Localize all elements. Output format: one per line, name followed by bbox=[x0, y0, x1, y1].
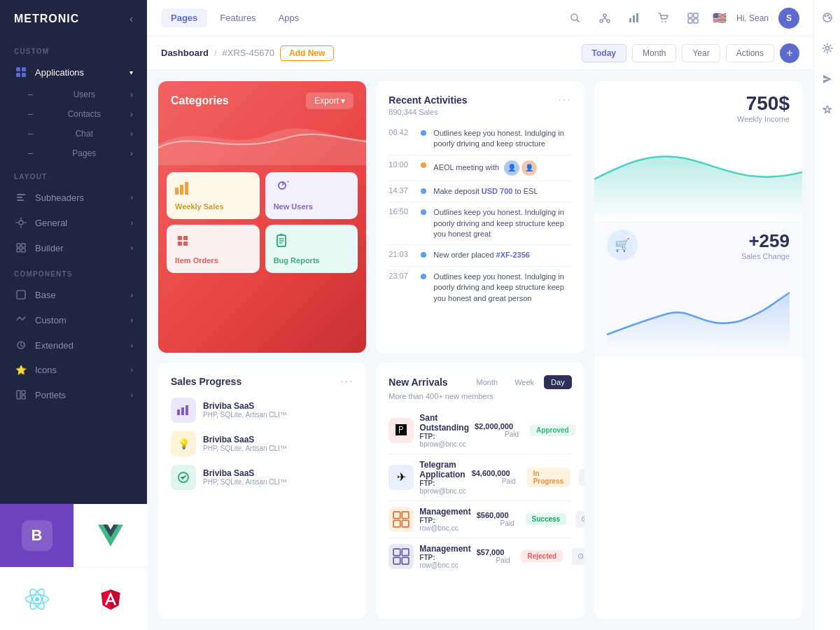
arrival-name-1: Sant Outstanding bbox=[419, 413, 469, 433]
add-button[interactable]: + bbox=[780, 43, 799, 63]
svg-rect-40 bbox=[183, 236, 188, 240]
rs-star-icon[interactable] bbox=[817, 99, 838, 120]
sales-progress-header: Sales Progress ··· bbox=[171, 375, 354, 388]
item-orders-icon bbox=[175, 233, 251, 252]
sidebar-item-subheaders[interactable]: Subheaders › bbox=[0, 185, 147, 210]
svg-rect-25 bbox=[629, 18, 631, 22]
category-weekly-sales[interactable]: Weekly Sales bbox=[167, 172, 260, 219]
svg-rect-1 bbox=[22, 67, 26, 71]
categories-wave-chart bbox=[158, 109, 366, 165]
svg-rect-36 bbox=[185, 182, 188, 195]
act-text-1: Outlines keep you honest. Indulging in p… bbox=[433, 128, 571, 150]
rs-settings-icon[interactable] bbox=[817, 38, 838, 59]
tab-apps[interactable]: Apps bbox=[269, 8, 309, 27]
subheaders-icon bbox=[14, 192, 28, 203]
svg-point-59 bbox=[828, 17, 830, 19]
user-avatar[interactable]: S bbox=[778, 8, 799, 29]
sidebar-item-applications[interactable]: Applications ▾ bbox=[0, 59, 147, 85]
svg-rect-5 bbox=[17, 197, 22, 198]
sidebar-item-portlets[interactable]: Portlets › bbox=[0, 382, 147, 407]
arrival-amount-3: $560,000 bbox=[477, 511, 509, 519]
extended-label: Extended bbox=[35, 340, 74, 351]
builder-label: Builder bbox=[35, 243, 63, 253]
income-chart bbox=[594, 123, 802, 221]
sidebar-item-contacts[interactable]: Contacts › bbox=[28, 104, 147, 124]
arrival-desc-1: FTP: bprow@bnc.cc bbox=[419, 433, 469, 448]
sales-progress-menu[interactable]: ··· bbox=[340, 375, 354, 388]
builder-arrow: › bbox=[131, 244, 133, 252]
arrival-view-4[interactable]: ⊙ bbox=[572, 548, 584, 565]
add-new-button[interactable]: Add New bbox=[280, 46, 334, 61]
react-logo[interactable] bbox=[0, 567, 74, 630]
export-button[interactable]: Export ▾ bbox=[306, 92, 354, 109]
svg-rect-49 bbox=[402, 512, 410, 519]
breadcrumb-title: Dashboard bbox=[161, 48, 209, 58]
arrival-paid-3: Paid bbox=[477, 519, 514, 527]
angular-logo[interactable] bbox=[74, 567, 147, 630]
weekly-sales-icon bbox=[175, 181, 251, 198]
weekly-sales-label: Weekly Sales bbox=[175, 202, 251, 211]
sales-chart bbox=[607, 265, 790, 349]
activities-menu[interactable]: ··· bbox=[558, 94, 571, 106]
sales-info-1: Briviba SaaS PHP, SQLite, Artisan CLI™ bbox=[203, 401, 354, 419]
month-button[interactable]: Month bbox=[632, 44, 676, 62]
flag-icon[interactable]: 🇺🇸 bbox=[713, 11, 727, 24]
svg-rect-42 bbox=[183, 241, 188, 246]
svg-point-22 bbox=[603, 14, 606, 17]
sidebar-item-chat[interactable]: Chat › bbox=[28, 124, 147, 144]
svg-point-23 bbox=[600, 20, 603, 22]
today-button[interactable]: Today bbox=[582, 44, 626, 62]
category-new-users[interactable]: + New Users bbox=[265, 172, 358, 219]
app-logo: METRONIC bbox=[14, 13, 79, 25]
top-navigation: Pages Features Apps 🇺🇸 Hi, Sean S bbox=[147, 0, 813, 36]
categories-grid: Weekly Sales + New Users Item Orders bbox=[158, 165, 366, 283]
rs-palette-icon[interactable] bbox=[817, 7, 838, 28]
chart-icon[interactable] bbox=[624, 8, 644, 28]
sidebar-item-custom[interactable]: Custom › bbox=[0, 307, 147, 332]
arrival-icon-4 bbox=[388, 544, 414, 569]
arrival-info-1: Sant Outstanding FTP: bprow@bnc.cc bbox=[419, 413, 469, 448]
svg-rect-39 bbox=[178, 236, 182, 240]
sidebar-item-pages[interactable]: Pages › bbox=[28, 144, 147, 163]
arrival-actions-3: ⊙ ✎ 🗑 bbox=[575, 511, 584, 528]
arrival-amount-4: $57,000 bbox=[477, 548, 505, 556]
sales-avatar-2: 💡 bbox=[171, 431, 196, 456]
tab-features[interactable]: Features bbox=[210, 8, 265, 27]
sidebar-collapse-button[interactable]: ‹ bbox=[130, 13, 133, 24]
actions-button[interactable]: Actions bbox=[726, 44, 774, 62]
act-dot-6 bbox=[421, 274, 426, 279]
svg-rect-2 bbox=[16, 73, 20, 77]
month-tab[interactable]: Month bbox=[470, 375, 505, 389]
cart-icon[interactable] bbox=[654, 8, 673, 28]
grid-icon[interactable] bbox=[683, 8, 703, 28]
category-item-orders[interactable]: Item Orders bbox=[167, 225, 260, 273]
item-orders-label: Item Orders bbox=[175, 256, 251, 265]
arrival-view-2[interactable]: ⊙ bbox=[579, 469, 584, 486]
arrival-view-3[interactable]: ⊙ bbox=[575, 511, 584, 528]
sidebar-item-base[interactable]: Base › bbox=[0, 282, 147, 307]
rs-send-icon[interactable] bbox=[817, 69, 838, 90]
vue-logo[interactable] bbox=[74, 504, 147, 567]
day-tab[interactable]: Day bbox=[544, 375, 572, 389]
avatar-2: 👤 bbox=[522, 160, 537, 176]
sidebar-item-users[interactable]: Users › bbox=[28, 85, 147, 104]
sales-desc-3: PHP, SQLite, Artisan CLI™ bbox=[203, 478, 354, 486]
sidebar-item-icons[interactable]: ⭐ Icons › bbox=[0, 358, 147, 382]
custom-arrow: › bbox=[131, 316, 133, 324]
week-tab[interactable]: Week bbox=[507, 375, 541, 389]
sidebar-item-builder[interactable]: Builder › bbox=[0, 235, 147, 260]
svg-text:+: + bbox=[286, 181, 290, 185]
bootstrap-logo[interactable]: B bbox=[0, 504, 74, 567]
svg-rect-10 bbox=[17, 248, 20, 252]
search-icon[interactable] bbox=[566, 8, 585, 28]
sidebar-item-general[interactable]: General › bbox=[0, 210, 147, 235]
arrival-item-3: Management FTP: row@bnc.cc $560,000 Paid… bbox=[388, 501, 571, 538]
year-button[interactable]: Year bbox=[682, 44, 720, 62]
act-time-1: 08:42 bbox=[388, 128, 414, 136]
svg-rect-31 bbox=[694, 13, 698, 18]
category-bug-reports[interactable]: Bug Reports bbox=[265, 225, 358, 273]
tab-pages[interactable]: Pages bbox=[161, 8, 207, 27]
sidebar-item-extended[interactable]: Extended › bbox=[0, 332, 147, 358]
network-icon[interactable] bbox=[595, 8, 615, 28]
arrival-paid-2: Paid bbox=[472, 477, 516, 485]
